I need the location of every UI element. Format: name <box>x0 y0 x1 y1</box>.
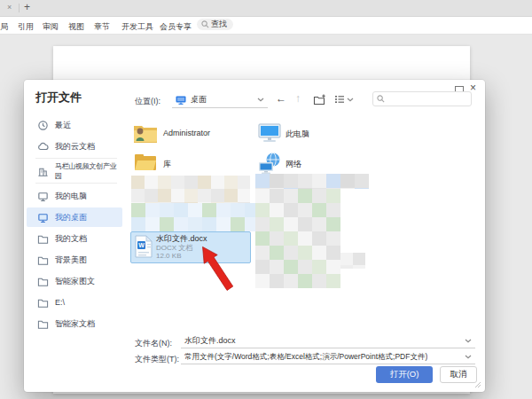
network-icon[interactable] <box>257 152 282 175</box>
folder-icon <box>37 254 49 266</box>
filename-dropdown[interactable]: 水印文件.docx <box>181 334 475 348</box>
menu-item-layout[interactable]: 局 <box>0 21 8 33</box>
filetype-value: 常用文件(文字/Word格式;表格/Excel格式;演示/PowerPoint格… <box>184 352 427 363</box>
wps-app-window: × + 局 引用 审阅 视图 章节 开发工具 会员专享 查找 打开文件 × 最近… <box>0 0 532 399</box>
chevron-down-icon <box>465 355 472 359</box>
search-icon <box>201 20 209 28</box>
user-folder-icon[interactable] <box>133 121 158 145</box>
menu-bar: 局 引用 审阅 视图 章节 开发工具 会员专享 查找 <box>0 17 532 35</box>
sidebar-item-industrial-park[interactable]: 马栏山视频文创产业园 <box>27 161 122 181</box>
folder-icon <box>37 297 49 309</box>
new-tab-button[interactable]: + <box>24 1 30 13</box>
sidebar-item-label: 智能家文档 <box>55 318 95 330</box>
location-dropdown[interactable]: 桌面 <box>172 92 268 108</box>
file-item-this-pc[interactable]: 此电脑 <box>286 129 309 140</box>
sidebar-item-label: 背景美图 <box>55 254 87 266</box>
sidebar-item-drive-e[interactable]: E:\ <box>27 293 122 312</box>
censored-mosaic <box>255 174 369 189</box>
up-button[interactable]: ↑ <box>295 92 301 105</box>
sidebar-divider <box>35 183 117 184</box>
computer-icon <box>37 191 49 202</box>
chevron-down-icon <box>257 98 264 102</box>
desktop-icon <box>37 212 49 223</box>
file-item-administrator[interactable]: Administrator <box>163 129 210 137</box>
censored-mosaic <box>255 189 340 288</box>
back-button[interactable]: ← <box>276 92 286 105</box>
menu-item-references[interactable]: 引用 <box>18 21 34 33</box>
censored-mosaic <box>340 253 365 269</box>
library-folder-icon[interactable] <box>133 152 158 175</box>
censored-mosaic <box>131 176 250 203</box>
sidebar-item-background-images[interactable]: 背景美图 <box>27 250 122 270</box>
filetype-dropdown[interactable]: 常用文件(文字/Word格式;表格/Excel格式;演示/PowerPoint格… <box>181 350 475 364</box>
find-label: 查找 <box>211 19 227 30</box>
sidebar-item-label: 我的云文档 <box>55 141 95 153</box>
location-label: 位置(I): <box>135 96 160 107</box>
folder-icon <box>37 233 49 245</box>
chevron-down-icon <box>465 339 472 343</box>
dialog-title: 打开文件 <box>35 90 82 106</box>
clock-icon <box>37 120 49 131</box>
filename-value: 水印文件.docx <box>184 335 236 347</box>
new-folder-icon[interactable] <box>313 93 326 106</box>
sidebar-item-label: 马栏山视频文创产业园 <box>55 161 122 181</box>
filename-label: 文件名(N): <box>135 338 172 349</box>
sidebar-item-recent[interactable]: 最近 <box>27 115 122 135</box>
folder-icon <box>37 276 49 287</box>
search-input[interactable] <box>387 94 467 105</box>
chevron-down-icon[interactable] <box>347 98 354 102</box>
sidebar-item-smart-home-graphics[interactable]: 智能家图文 <box>27 271 122 291</box>
sidebar-item-label: 最近 <box>55 120 71 131</box>
resize-grip-icon[interactable] <box>473 379 481 388</box>
building-icon <box>37 166 49 177</box>
tab-close-icon[interactable]: × <box>7 3 12 12</box>
sidebar-item-label: E:\ <box>55 298 65 307</box>
menu-item-membership[interactable]: 会员专享 <box>160 21 192 33</box>
tab-divider <box>19 4 20 12</box>
word-doc-icon <box>135 235 153 258</box>
desktop-mini-icon <box>176 96 186 105</box>
cloud-icon <box>37 141 49 153</box>
search-icon <box>377 95 385 103</box>
sidebar-item-label: 我的电脑 <box>55 191 87 202</box>
sidebar-item-label: 我的桌面 <box>55 212 87 223</box>
sidebar-item-my-desktop[interactable]: 我的桌面 <box>27 207 122 227</box>
menu-item-section[interactable]: 章节 <box>94 21 110 33</box>
folder-icon <box>37 318 49 330</box>
sidebar-item-label: 我的文档 <box>55 233 87 245</box>
filetype-label: 文件类型(T): <box>135 354 179 365</box>
sidebar-item-my-documents[interactable]: 我的文档 <box>27 229 122 248</box>
menu-item-devtools[interactable]: 开发工具 <box>121 21 153 33</box>
sidebar-item-cloud-docs[interactable]: 我的云文档 <box>27 137 122 156</box>
sidebar-divider <box>35 158 117 159</box>
file-item-network[interactable]: 网络 <box>286 159 301 170</box>
view-list-icon[interactable] <box>334 94 345 105</box>
sidebar-item-smart-home-docs[interactable]: 智能家文档 <box>27 314 122 333</box>
tab-bar: × + <box>0 0 532 17</box>
menu-item-view[interactable]: 视图 <box>68 21 84 33</box>
location-value: 桌面 <box>191 94 253 106</box>
red-pointer-arrow <box>200 245 243 300</box>
selected-file-size: 12.0 KB <box>156 252 181 260</box>
cancel-button[interactable]: 取消 <box>440 366 477 383</box>
open-button[interactable]: 打开(O) <box>376 366 433 383</box>
file-item-library[interactable]: 库 <box>163 159 171 170</box>
sidebar-item-my-computer[interactable]: 我的电脑 <box>27 186 122 206</box>
search-box[interactable] <box>372 91 472 106</box>
sidebar-item-label: 智能家图文 <box>55 276 95 287</box>
menu-item-review[interactable]: 审阅 <box>43 21 59 33</box>
this-pc-icon[interactable] <box>257 121 282 145</box>
find-button[interactable]: 查找 <box>197 19 233 30</box>
